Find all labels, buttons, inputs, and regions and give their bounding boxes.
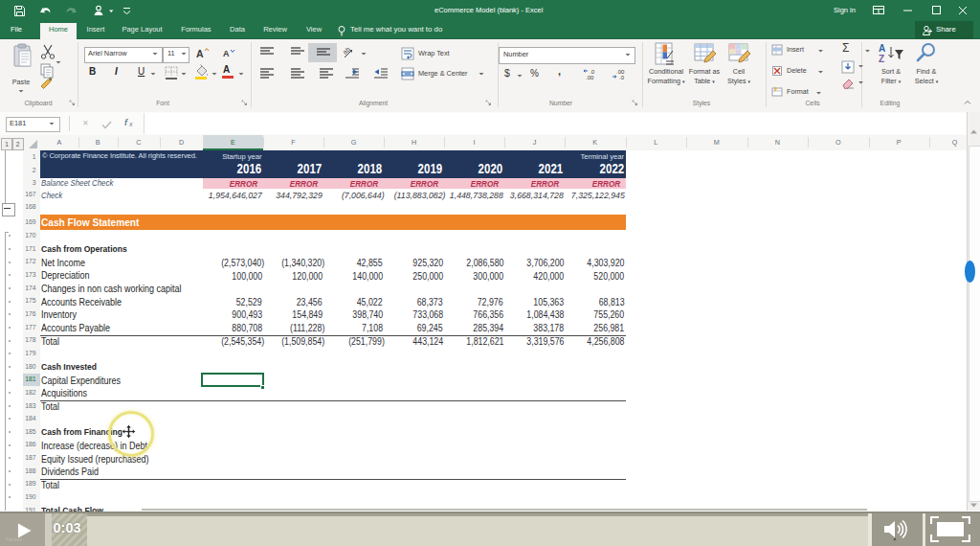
svg-text:Z: Z: [879, 54, 884, 64]
svg-text:A: A: [879, 43, 885, 54]
svg-text:.0: .0: [619, 75, 625, 80]
svg-text:ab: ab: [343, 46, 351, 56]
svg-text:.0: .0: [590, 69, 595, 75]
svg-text:.00: .00: [616, 69, 625, 75]
svg-text:.00: .00: [586, 75, 594, 80]
